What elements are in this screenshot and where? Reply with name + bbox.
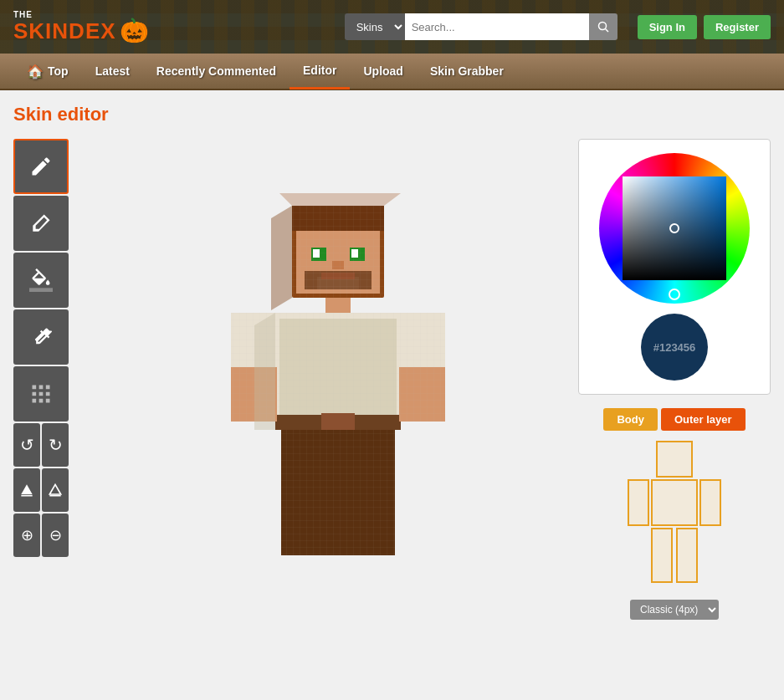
skin-part-right-leg[interactable] [676, 528, 698, 583]
zoom-in-button[interactable]: ⊕ [13, 514, 40, 557]
pencil-tool[interactable] [13, 139, 69, 194]
svg-rect-35 [338, 430, 395, 555]
zoom-out-button[interactable]: ⊖ [42, 514, 69, 557]
body-layer-button[interactable]: Body [603, 408, 658, 431]
outer-layer-button[interactable]: Outer layer [661, 408, 746, 431]
search-input[interactable] [405, 13, 589, 40]
eraser-icon [29, 212, 53, 235]
nav-item-top[interactable]: 🏠 Top [13, 53, 82, 89]
svg-marker-37 [279, 193, 401, 206]
navigation: 🏠 Top Latest Recently Commented Editor U… [0, 54, 784, 90]
nav-item-latest[interactable]: Latest [82, 53, 143, 89]
undo-button[interactable]: ↺ [13, 423, 40, 467]
skin-part-left-arm[interactable] [628, 479, 649, 526]
logo-area: THE SKINDEX 🎃 [13, 11, 149, 43]
logo-pumpkin-icon: 🎃 [120, 19, 149, 43]
svg-rect-17 [292, 206, 384, 298]
svg-point-0 [598, 23, 606, 30]
skin-type-select[interactable]: Classic (4px)Slim (3px) [630, 600, 719, 620]
nav-item-editor[interactable]: Editor [290, 53, 350, 89]
auth-area: Sign In Register [638, 15, 771, 39]
svg-marker-2 [21, 484, 32, 494]
color-picker-container[interactable]: #123456 [578, 139, 771, 395]
hex-value: #123456 [653, 341, 696, 354]
svg-marker-36 [271, 206, 292, 310]
eyedropper-icon [29, 325, 53, 349]
skin-part-right-arm[interactable] [699, 479, 721, 526]
svg-rect-31 [399, 313, 445, 367]
undo-redo-row: ↺ ↻ [13, 423, 97, 467]
pencil-icon [29, 155, 53, 178]
noise-tool[interactable] [13, 366, 69, 422]
svg-line-1 [605, 29, 608, 33]
tools-panel: ↺ ↻ [13, 139, 97, 641]
undo-icon: ↺ [20, 435, 34, 455]
skin-template [578, 441, 771, 583]
fill-icon [29, 268, 53, 292]
search-dropdown[interactable]: Skins [345, 13, 405, 40]
search-icon [597, 21, 609, 33]
skin-template-legs-row [651, 528, 698, 583]
logo-text: SKINDEX [13, 20, 116, 42]
color-wheel-wrapper[interactable] [599, 153, 750, 304]
register-button[interactable]: Register [704, 15, 771, 39]
editor-layout: ↺ ↻ [13, 139, 771, 641]
redo-button[interactable]: ↻ [42, 423, 69, 467]
redo-icon: ↻ [49, 435, 63, 455]
svg-rect-23 [321, 413, 355, 432]
skin-template-head-row [656, 441, 693, 478]
header: THE SKINDEX 🎃 Skins Sign In Register [0, 0, 784, 54]
skin-template-body-row [628, 479, 721, 526]
nav-item-skin-grabber[interactable]: Skin Grabber [417, 53, 517, 89]
canvas-area[interactable] [107, 139, 568, 641]
skin-part-body[interactable] [651, 479, 698, 526]
svg-rect-33 [281, 430, 338, 555]
noise-icon [29, 382, 53, 406]
page-content: Skin editor [0, 90, 784, 700]
darken-icon [18, 482, 35, 498]
svg-rect-21 [275, 313, 401, 430]
svg-rect-18 [325, 298, 351, 314]
zoom-in-icon: ⊕ [21, 526, 33, 544]
lighten-icon [47, 482, 64, 498]
saturation-black-gradient [623, 176, 726, 280]
layer-buttons: Body Outer layer [578, 408, 771, 431]
nav-item-upload[interactable]: Upload [350, 53, 416, 89]
search-area: Skins [345, 13, 617, 40]
eyedropper-tool[interactable] [13, 309, 69, 365]
zoom-row: ⊕ ⊖ [13, 514, 97, 557]
skin-type-wrapper: Classic (4px)Slim (3px) [578, 593, 771, 620]
color-swatch[interactable]: #123456 [641, 314, 708, 381]
nav-item-recently-commented[interactable]: Recently Commented [143, 53, 290, 89]
page-title: Skin editor [13, 104, 771, 125]
fill-tool[interactable] [13, 253, 69, 308]
home-icon: 🏠 [27, 64, 44, 79]
right-panel: #123456 Body Outer layer [578, 139, 771, 641]
darken-button[interactable] [13, 468, 40, 512]
svg-marker-4 [49, 484, 60, 494]
lighten-button[interactable] [42, 468, 69, 512]
skin-part-head[interactable] [656, 441, 693, 478]
search-button[interactable] [589, 13, 617, 40]
zoom-out-icon: ⊖ [49, 526, 62, 544]
darken-lighten-row [13, 468, 97, 512]
eraser-tool[interactable] [13, 196, 69, 251]
skin-part-left-leg[interactable] [651, 528, 673, 583]
signin-button[interactable]: Sign In [638, 15, 697, 39]
svg-marker-38 [254, 313, 275, 430]
minecraft-character[interactable] [213, 172, 464, 607]
